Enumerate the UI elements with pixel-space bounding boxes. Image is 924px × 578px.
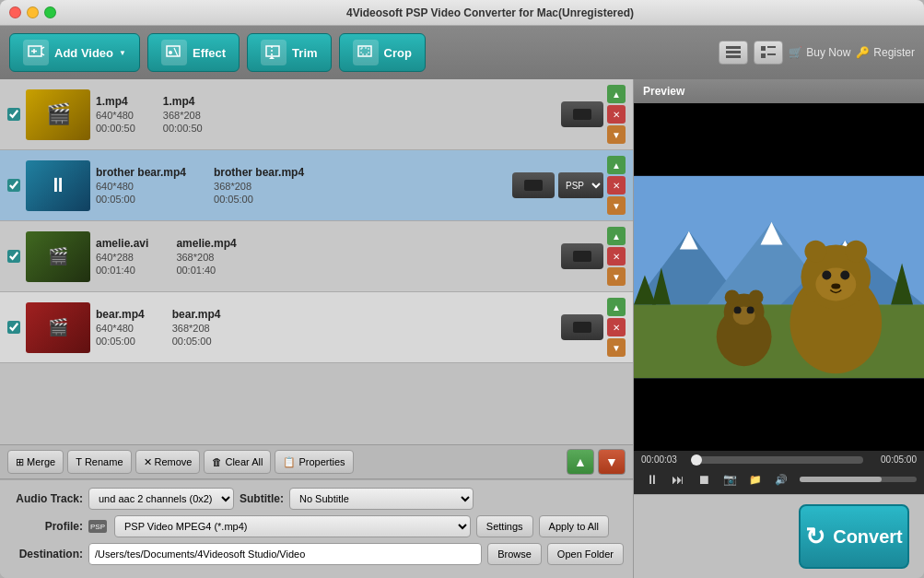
file-out-name-3: amelie.mp4: [176, 237, 236, 250]
file-checkbox-4[interactable]: [7, 321, 20, 334]
volume-icon: 🔊: [775, 474, 788, 486]
remove-button[interactable]: ✕ Remove: [135, 450, 201, 474]
file-expand-btn-1[interactable]: ▲: [607, 85, 626, 103]
file-checkbox-1[interactable]: [7, 108, 20, 121]
rename-icon: T: [76, 456, 82, 467]
file-expand-btn-2[interactable]: ▲: [607, 156, 626, 174]
rename-button[interactable]: T Rename: [67, 450, 131, 474]
file-actions-3: ▲ ✕ ▼: [561, 227, 626, 286]
volume-bar[interactable]: [800, 477, 917, 482]
progress-handle[interactable]: [691, 454, 702, 466]
file-remove-btn-4[interactable]: ✕: [607, 318, 626, 336]
stop-button[interactable]: ⏹: [693, 468, 715, 490]
file-item-3[interactable]: amelie.avi 640*288 00:01:40 amelie.mp4 3…: [0, 221, 633, 292]
traffic-lights: [9, 6, 56, 18]
audio-track-row: Audio Track: und aac 2 channels (0x2) Su…: [9, 488, 624, 510]
file-src-col-1: 1.mp4 640*480 00:00:50: [96, 95, 135, 134]
video-frame: [634, 103, 924, 451]
crop-label: Crop: [384, 46, 412, 60]
file-item-1[interactable]: 1.mp4 640*480 00:00:50 1.mp4 368*208 00:…: [0, 79, 633, 150]
file-out-size-2: 368*208: [214, 181, 304, 192]
settings-button[interactable]: Settings: [476, 515, 533, 537]
file-collapse-btn-2[interactable]: ▼: [607, 196, 626, 215]
subtitle-label: Subtitle:: [240, 492, 284, 505]
convert-refresh-icon: ↻: [805, 523, 825, 551]
add-video-arrow: ▼: [119, 49, 126, 57]
add-video-icon: [23, 40, 49, 65]
pause-button[interactable]: ⏸: [641, 468, 663, 490]
svg-point-6: [169, 51, 172, 54]
svg-rect-7: [266, 46, 279, 56]
profile-select[interactable]: PSP Video MPEG4 (*.mp4): [114, 515, 471, 537]
close-button[interactable]: [9, 6, 21, 18]
svg-point-42: [734, 306, 742, 313]
add-video-button[interactable]: Add Video ▼: [9, 33, 140, 72]
open-media-button[interactable]: 📁: [744, 468, 766, 490]
file-list: 1.mp4 640*480 00:00:50 1.mp4 368*208 00:…: [0, 79, 633, 444]
file-collapse-btn-1[interactable]: ▼: [607, 125, 626, 144]
file-src-dur-1: 00:00:50: [96, 123, 135, 134]
file-src-col-3: amelie.avi 640*288 00:01:40: [96, 237, 148, 276]
file-collapse-btn-4[interactable]: ▼: [607, 338, 626, 357]
file-expand-btn-4[interactable]: ▲: [607, 298, 626, 316]
convert-button[interactable]: ↻ Convert: [799, 504, 909, 569]
file-out-name-2: brother bear.mp4: [214, 166, 304, 179]
destination-input[interactable]: [88, 543, 482, 565]
clear-all-button[interactable]: 🗑 Clear All: [204, 450, 271, 474]
audio-track-label: Audio Track:: [9, 492, 83, 505]
buy-now-icon: 🛒: [789, 46, 802, 59]
move-up-button[interactable]: ▲: [567, 449, 594, 475]
bottom-panel: Audio Track: und aac 2 channels (0x2) Su…: [0, 479, 633, 578]
svg-point-35: [840, 271, 849, 280]
properties-button[interactable]: 📋 Properties: [275, 450, 353, 474]
step-forward-button[interactable]: ⏭: [667, 468, 689, 490]
app-window: 4Videosoft PSP Video Converter for Mac(U…: [0, 0, 924, 578]
open-folder-button[interactable]: Open Folder: [547, 543, 624, 565]
file-item-2[interactable]: brother bear.mp4 640*480 00:05:00 brothe…: [0, 150, 633, 221]
file-expand-btn-3[interactable]: ▲: [607, 227, 626, 245]
file-side-btns-4: ▲ ✕ ▼: [607, 298, 626, 357]
detail-view-button[interactable]: [754, 41, 783, 65]
left-panel: 1.mp4 640*480 00:00:50 1.mp4 368*208 00:…: [0, 79, 633, 578]
minimize-button[interactable]: [27, 6, 39, 18]
file-checkbox-2[interactable]: [7, 179, 20, 192]
audio-track-select[interactable]: und aac 2 channels (0x2): [88, 488, 234, 510]
profile-row: Profile: PSP PSP Video MPEG4 (*.mp4) Set…: [9, 515, 624, 537]
volume-button[interactable]: 🔊: [770, 468, 792, 490]
file-item-4[interactable]: bear.mp4 640*480 00:05:00 bear.mp4 368*2…: [0, 292, 633, 363]
svg-point-43: [747, 306, 754, 313]
volume-fill: [800, 477, 882, 482]
file-remove-btn-1[interactable]: ✕: [607, 105, 626, 124]
file-collapse-btn-3[interactable]: ▼: [607, 267, 626, 286]
trim-button[interactable]: Trim: [247, 33, 331, 72]
psp-device-icon-4: [561, 314, 603, 340]
snapshot-button[interactable]: 📷: [719, 468, 741, 490]
effect-label: Effect: [193, 46, 226, 60]
buy-now-button[interactable]: 🛒 Buy Now: [789, 46, 850, 59]
crop-button[interactable]: Crop: [339, 33, 426, 72]
clear-all-label: Clear All: [225, 456, 263, 467]
svg-point-34: [822, 271, 831, 280]
file-actions-4: ▲ ✕ ▼: [561, 298, 626, 357]
browse-button[interactable]: Browse: [487, 543, 542, 565]
move-down-button[interactable]: ▼: [598, 449, 626, 475]
file-remove-btn-3[interactable]: ✕: [607, 247, 626, 265]
register-button[interactable]: 🔑 Register: [856, 46, 915, 59]
psp-format-select-2[interactable]: PSP: [558, 172, 603, 198]
destination-row: Destination: Browse Open Folder: [9, 543, 624, 565]
file-out-size-3: 368*208: [176, 252, 236, 263]
apply-to-all-button[interactable]: Apply to All: [539, 515, 609, 537]
list-view-button[interactable]: [719, 41, 748, 65]
maximize-button[interactable]: [44, 6, 56, 18]
file-remove-btn-2[interactable]: ✕: [607, 176, 626, 195]
total-time: 00:05:00: [869, 454, 917, 465]
effect-button[interactable]: Effect: [147, 33, 240, 72]
subtitle-select[interactable]: No Subtitle: [289, 488, 474, 510]
merge-button[interactable]: ⊞ Merge: [7, 450, 64, 474]
svg-point-36: [831, 283, 840, 289]
file-checkbox-3[interactable]: [7, 250, 20, 263]
file-thumbnail-4: [26, 302, 90, 353]
file-src-size-2: 640*480: [96, 181, 186, 192]
progress-bar[interactable]: [695, 456, 863, 464]
merge-label: Merge: [27, 456, 55, 467]
